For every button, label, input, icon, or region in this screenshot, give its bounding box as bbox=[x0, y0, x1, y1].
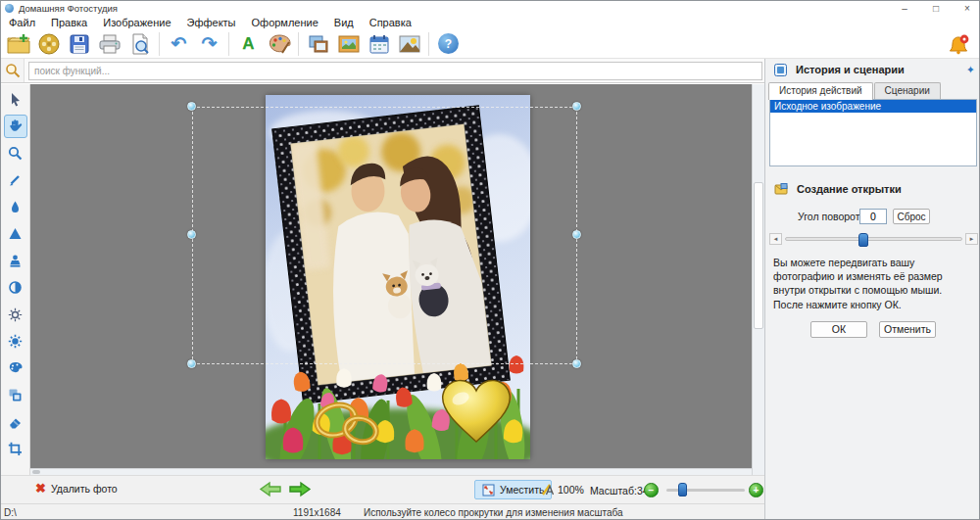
slider-right-arrow[interactable]: ► bbox=[965, 233, 978, 245]
menu-file[interactable]: Файл bbox=[1, 16, 43, 29]
postcard-section-header: Создание открытки bbox=[765, 178, 980, 200]
fit-icon bbox=[482, 484, 495, 496]
zoom-100-label: 100% bbox=[558, 484, 584, 496]
postcard-title: Создание открытки bbox=[797, 183, 975, 195]
delete-photo-button[interactable]: ✖ Удалить фото bbox=[35, 482, 118, 495]
history-tabs: История действий Сценарии bbox=[765, 82, 980, 100]
search-icon bbox=[5, 63, 21, 78]
sun-filled-icon bbox=[8, 334, 23, 349]
fit-to-window-button[interactable]: Уместить bbox=[474, 480, 552, 499]
history-list[interactable]: Исходное изображение bbox=[769, 99, 977, 166]
cancel-button[interactable]: Отменить bbox=[879, 321, 936, 338]
tab-action-history[interactable]: История действий bbox=[768, 82, 873, 100]
water-drop-icon bbox=[8, 200, 23, 214]
sharpen-tool-button[interactable] bbox=[4, 222, 27, 246]
help-icon: ? bbox=[438, 33, 459, 54]
angle-slider-track[interactable] bbox=[785, 237, 962, 241]
ok-button[interactable]: ОК bbox=[810, 321, 867, 338]
menu-edit[interactable]: Правка bbox=[43, 16, 95, 29]
menu-effects[interactable]: Эффекты bbox=[179, 16, 244, 29]
zoom-slider-thumb[interactable] bbox=[678, 483, 687, 496]
previous-photo-button[interactable] bbox=[259, 481, 282, 497]
fragments-tool-button[interactable] bbox=[4, 384, 27, 407]
redo-button[interactable]: ↷ bbox=[194, 30, 224, 58]
print-button[interactable] bbox=[94, 30, 124, 58]
collage-button[interactable] bbox=[303, 30, 333, 58]
pencil-tool-button[interactable] bbox=[4, 168, 27, 192]
history-list-item[interactable]: Исходное изображение bbox=[770, 100, 976, 113]
selection-handle-bottom-left[interactable] bbox=[187, 359, 196, 368]
main-toolbar: ↶ ↷ А bbox=[1, 29, 980, 59]
minimize-button[interactable]: – bbox=[897, 2, 912, 15]
selection-rectangle[interactable] bbox=[192, 107, 577, 364]
pin-icon[interactable]: ✦ bbox=[966, 64, 975, 76]
selection-handle-top-right[interactable] bbox=[572, 102, 581, 111]
exposure-tool-button[interactable] bbox=[4, 330, 27, 354]
undo-button[interactable]: ↶ bbox=[164, 30, 194, 58]
paint-button[interactable] bbox=[264, 30, 294, 58]
arrow-left-icon bbox=[259, 481, 282, 497]
help-button[interactable]: ? bbox=[433, 30, 464, 58]
photo-montage-button[interactable] bbox=[394, 30, 424, 58]
search-input[interactable] bbox=[28, 62, 762, 80]
menu-image[interactable]: Изображение bbox=[95, 16, 178, 29]
film-reel-icon bbox=[37, 32, 61, 56]
selection-handle-mid-right[interactable] bbox=[572, 230, 581, 239]
scrollbar-thumb[interactable] bbox=[754, 182, 763, 329]
bottom-bar: ✖ Удалить фото Уместить bbox=[1, 475, 764, 503]
canvas-horizontal-scrollbar[interactable] bbox=[30, 468, 752, 475]
brightness-tool-button[interactable] bbox=[4, 303, 27, 326]
eraser-tool-button[interactable] bbox=[4, 410, 27, 434]
zoom-in-button[interactable]: + bbox=[749, 483, 763, 497]
text-tool-icon: А bbox=[242, 34, 254, 54]
preview-button[interactable] bbox=[124, 30, 155, 58]
reset-button[interactable]: Сброс bbox=[893, 209, 930, 224]
zoom-100-button[interactable]: 100% bbox=[542, 480, 584, 499]
effects-library-button[interactable] bbox=[33, 30, 64, 58]
menu-view[interactable]: Вид bbox=[326, 16, 362, 29]
image-dimensions: 1191x1684 bbox=[293, 507, 341, 518]
crop-tool-button[interactable] bbox=[4, 438, 27, 461]
slider-left-arrow[interactable]: ◄ bbox=[769, 233, 782, 245]
status-bar: D:\ 1191x1684 Используйте колесо прокрут… bbox=[1, 503, 764, 520]
stamp-icon bbox=[8, 254, 23, 268]
clone-stamp-button[interactable] bbox=[4, 249, 27, 272]
zoom-slider[interactable] bbox=[666, 489, 745, 492]
move-tool-button[interactable] bbox=[4, 115, 27, 138]
select-tool-button[interactable] bbox=[4, 87, 27, 111]
search-bar bbox=[1, 59, 764, 83]
menu-decor[interactable]: Оформление bbox=[244, 16, 326, 29]
menu-help[interactable]: Справка bbox=[362, 16, 419, 29]
fragments-icon bbox=[8, 388, 23, 402]
crop-icon bbox=[8, 442, 23, 456]
search-button[interactable] bbox=[1, 59, 24, 82]
status-hint: Используйте колесо прокрутки для изменен… bbox=[364, 507, 623, 518]
blur-tool-button[interactable] bbox=[4, 195, 27, 218]
notification-bell-button[interactable] bbox=[948, 34, 969, 56]
bell-icon bbox=[948, 34, 969, 56]
tab-scenarios[interactable]: Сценарии bbox=[874, 82, 941, 100]
add-text-button[interactable]: А bbox=[233, 30, 264, 58]
scale-label: Масштаб: bbox=[590, 485, 637, 496]
selection-handle-mid-left[interactable] bbox=[187, 230, 196, 239]
angle-slider-thumb[interactable] bbox=[858, 233, 868, 247]
zoom-out-button[interactable]: − bbox=[644, 483, 659, 497]
next-photo-button[interactable] bbox=[288, 481, 312, 497]
open-image-button[interactable] bbox=[3, 30, 33, 58]
canvas-vertical-scrollbar[interactable] bbox=[752, 84, 764, 475]
calendar-button[interactable] bbox=[364, 30, 394, 58]
selection-handle-bottom-right[interactable] bbox=[572, 359, 581, 368]
save-button[interactable] bbox=[64, 30, 94, 58]
color-tool-button[interactable] bbox=[4, 356, 27, 380]
zoom-tool-button[interactable] bbox=[4, 141, 27, 165]
palette-icon bbox=[268, 33, 291, 55]
frame-photo-button[interactable] bbox=[333, 30, 364, 58]
angle-input[interactable] bbox=[859, 209, 887, 224]
selection-handle-top-left[interactable] bbox=[187, 102, 196, 111]
contrast-tool-button[interactable] bbox=[4, 276, 27, 300]
editor-canvas[interactable] bbox=[30, 84, 764, 475]
title-bar: Домашняя Фотостудия – □ × bbox=[1, 1, 980, 16]
scrollbar-thumb[interactable] bbox=[32, 470, 40, 474]
close-button[interactable]: × bbox=[959, 2, 975, 15]
maximize-button[interactable]: □ bbox=[928, 2, 944, 15]
